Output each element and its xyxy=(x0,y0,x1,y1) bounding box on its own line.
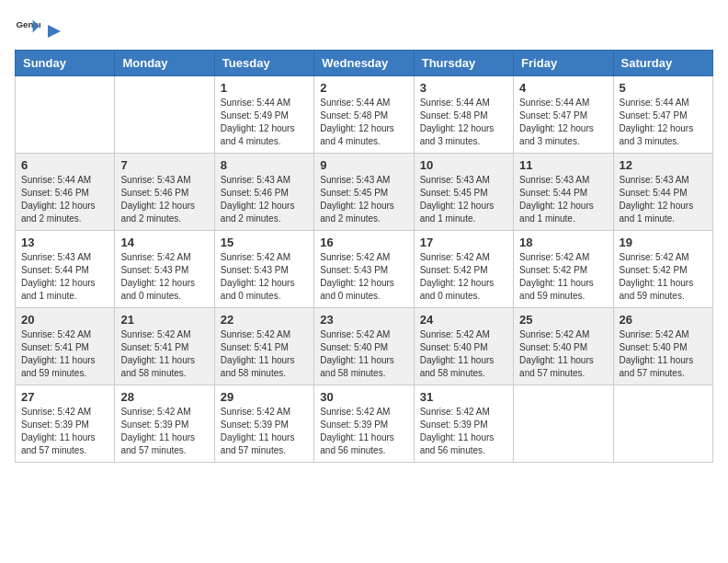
calendar-cell: 9Sunrise: 5:43 AM Sunset: 5:45 PM Daylig… xyxy=(314,154,414,231)
calendar-cell: 7Sunrise: 5:43 AM Sunset: 5:46 PM Daylig… xyxy=(115,154,214,231)
calendar-cell: 4Sunrise: 5:44 AM Sunset: 5:47 PM Daylig… xyxy=(514,76,613,154)
day-number: 26 xyxy=(620,313,707,327)
day-number: 20 xyxy=(21,313,108,327)
day-number: 15 xyxy=(221,236,308,249)
logo-icon: General xyxy=(15,15,40,40)
calendar-cell: 12Sunrise: 5:43 AM Sunset: 5:44 PM Dayli… xyxy=(613,154,712,231)
day-info: Sunrise: 5:42 AM Sunset: 5:39 PM Dayligh… xyxy=(221,406,308,457)
day-info: Sunrise: 5:42 AM Sunset: 5:39 PM Dayligh… xyxy=(320,406,407,457)
calendar-cell: 29Sunrise: 5:42 AM Sunset: 5:39 PM Dayli… xyxy=(214,385,313,463)
calendar-cell xyxy=(115,76,214,154)
day-info: Sunrise: 5:42 AM Sunset: 5:40 PM Dayligh… xyxy=(420,328,507,380)
calendar-cell: 18Sunrise: 5:42 AM Sunset: 5:42 PM Dayli… xyxy=(514,231,613,308)
day-number: 19 xyxy=(620,236,707,249)
calendar-week-row: 13Sunrise: 5:43 AM Sunset: 5:44 PM Dayli… xyxy=(16,231,713,308)
day-info: Sunrise: 5:42 AM Sunset: 5:42 PM Dayligh… xyxy=(420,251,507,303)
day-number: 28 xyxy=(120,390,208,404)
calendar-week-row: 1Sunrise: 5:44 AM Sunset: 5:49 PM Daylig… xyxy=(16,76,713,154)
day-number: 23 xyxy=(320,313,407,327)
header-friday: Friday xyxy=(514,51,613,76)
header-monday: Monday xyxy=(115,51,214,76)
day-number: 2 xyxy=(320,81,407,95)
day-info: Sunrise: 5:42 AM Sunset: 5:39 PM Dayligh… xyxy=(420,406,507,457)
day-number: 25 xyxy=(519,313,607,327)
day-info: Sunrise: 5:42 AM Sunset: 5:43 PM Dayligh… xyxy=(320,251,407,303)
logo: General xyxy=(15,15,64,40)
calendar-cell: 6Sunrise: 5:44 AM Sunset: 5:46 PM Daylig… xyxy=(16,154,115,231)
day-info: Sunrise: 5:43 AM Sunset: 5:46 PM Dayligh… xyxy=(120,174,208,225)
calendar-week-row: 27Sunrise: 5:42 AM Sunset: 5:39 PM Dayli… xyxy=(16,385,713,463)
calendar-cell: 19Sunrise: 5:42 AM Sunset: 5:42 PM Dayli… xyxy=(613,231,712,308)
header-sunday: Sunday xyxy=(16,51,115,76)
day-number: 13 xyxy=(21,236,108,249)
logo-arrow-icon xyxy=(44,21,64,41)
calendar-cell xyxy=(16,76,115,154)
day-number: 9 xyxy=(320,158,407,172)
day-number: 29 xyxy=(221,390,308,404)
calendar-cell xyxy=(514,385,613,463)
calendar-cell: 31Sunrise: 5:42 AM Sunset: 5:39 PM Dayli… xyxy=(414,385,513,463)
header: General xyxy=(15,15,713,40)
day-number: 27 xyxy=(21,390,108,404)
calendar-header-row: SundayMondayTuesdayWednesdayThursdayFrid… xyxy=(16,51,713,76)
calendar-cell: 1Sunrise: 5:44 AM Sunset: 5:49 PM Daylig… xyxy=(214,76,313,154)
day-info: Sunrise: 5:44 AM Sunset: 5:49 PM Dayligh… xyxy=(221,97,308,148)
calendar-cell: 16Sunrise: 5:42 AM Sunset: 5:43 PM Dayli… xyxy=(314,231,414,308)
header-tuesday: Tuesday xyxy=(214,51,313,76)
day-number: 17 xyxy=(420,236,507,249)
day-info: Sunrise: 5:43 AM Sunset: 5:44 PM Dayligh… xyxy=(519,174,607,225)
calendar-cell: 14Sunrise: 5:42 AM Sunset: 5:43 PM Dayli… xyxy=(115,231,214,308)
calendar-cell: 10Sunrise: 5:43 AM Sunset: 5:45 PM Dayli… xyxy=(414,154,513,231)
day-info: Sunrise: 5:42 AM Sunset: 5:40 PM Dayligh… xyxy=(620,328,707,380)
day-number: 31 xyxy=(420,390,507,404)
day-number: 18 xyxy=(519,236,607,249)
day-number: 24 xyxy=(420,313,507,327)
calendar-cell: 17Sunrise: 5:42 AM Sunset: 5:42 PM Dayli… xyxy=(414,231,513,308)
calendar-cell: 23Sunrise: 5:42 AM Sunset: 5:40 PM Dayli… xyxy=(314,308,414,385)
day-info: Sunrise: 5:42 AM Sunset: 5:41 PM Dayligh… xyxy=(120,328,208,380)
calendar-cell: 15Sunrise: 5:42 AM Sunset: 5:43 PM Dayli… xyxy=(214,231,313,308)
day-info: Sunrise: 5:42 AM Sunset: 5:43 PM Dayligh… xyxy=(120,251,208,303)
calendar-cell: 30Sunrise: 5:42 AM Sunset: 5:39 PM Dayli… xyxy=(314,385,414,463)
calendar-cell: 2Sunrise: 5:44 AM Sunset: 5:48 PM Daylig… xyxy=(314,76,414,154)
header-saturday: Saturday xyxy=(613,51,712,76)
day-number: 11 xyxy=(519,158,607,172)
day-number: 5 xyxy=(620,81,707,95)
calendar-cell: 22Sunrise: 5:42 AM Sunset: 5:41 PM Dayli… xyxy=(214,308,313,385)
day-number: 6 xyxy=(21,158,108,172)
calendar-cell: 21Sunrise: 5:42 AM Sunset: 5:41 PM Dayli… xyxy=(115,308,214,385)
day-number: 3 xyxy=(420,81,507,95)
day-number: 10 xyxy=(420,158,507,172)
svg-marker-1 xyxy=(48,25,61,38)
day-number: 16 xyxy=(320,236,407,249)
day-info: Sunrise: 5:43 AM Sunset: 5:46 PM Dayligh… xyxy=(221,174,308,225)
day-info: Sunrise: 5:42 AM Sunset: 5:43 PM Dayligh… xyxy=(221,251,308,303)
day-number: 14 xyxy=(120,236,208,249)
calendar-cell xyxy=(613,385,712,463)
calendar-cell: 28Sunrise: 5:42 AM Sunset: 5:39 PM Dayli… xyxy=(115,385,214,463)
calendar: SundayMondayTuesdayWednesdayThursdayFrid… xyxy=(15,50,713,463)
day-info: Sunrise: 5:43 AM Sunset: 5:45 PM Dayligh… xyxy=(420,174,507,225)
header-thursday: Thursday xyxy=(414,51,513,76)
calendar-week-row: 20Sunrise: 5:42 AM Sunset: 5:41 PM Dayli… xyxy=(16,308,713,385)
day-info: Sunrise: 5:42 AM Sunset: 5:41 PM Dayligh… xyxy=(21,328,108,380)
calendar-cell: 24Sunrise: 5:42 AM Sunset: 5:40 PM Dayli… xyxy=(414,308,513,385)
day-number: 22 xyxy=(221,313,308,327)
day-info: Sunrise: 5:42 AM Sunset: 5:41 PM Dayligh… xyxy=(221,328,308,380)
day-info: Sunrise: 5:42 AM Sunset: 5:40 PM Dayligh… xyxy=(320,328,407,380)
day-info: Sunrise: 5:42 AM Sunset: 5:42 PM Dayligh… xyxy=(519,251,607,303)
day-info: Sunrise: 5:42 AM Sunset: 5:42 PM Dayligh… xyxy=(620,251,707,303)
day-info: Sunrise: 5:42 AM Sunset: 5:39 PM Dayligh… xyxy=(21,406,108,457)
day-number: 12 xyxy=(620,158,707,172)
day-info: Sunrise: 5:44 AM Sunset: 5:47 PM Dayligh… xyxy=(519,97,607,148)
calendar-cell: 11Sunrise: 5:43 AM Sunset: 5:44 PM Dayli… xyxy=(514,154,613,231)
day-number: 30 xyxy=(320,390,407,404)
day-number: 8 xyxy=(221,158,308,172)
day-number: 21 xyxy=(120,313,208,327)
calendar-cell: 13Sunrise: 5:43 AM Sunset: 5:44 PM Dayli… xyxy=(16,231,115,308)
day-info: Sunrise: 5:44 AM Sunset: 5:48 PM Dayligh… xyxy=(320,97,407,148)
calendar-cell: 20Sunrise: 5:42 AM Sunset: 5:41 PM Dayli… xyxy=(16,308,115,385)
day-info: Sunrise: 5:42 AM Sunset: 5:40 PM Dayligh… xyxy=(519,328,607,380)
day-info: Sunrise: 5:43 AM Sunset: 5:44 PM Dayligh… xyxy=(21,251,108,303)
day-number: 4 xyxy=(519,81,607,95)
